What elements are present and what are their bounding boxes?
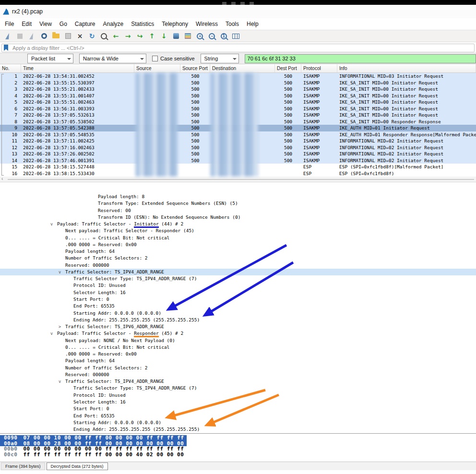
tree-line-text: Protocol ID: Unused <box>73 283 126 288</box>
column-header-source-port[interactable]: Source Port <box>180 64 210 72</box>
menu-view[interactable]: View <box>36 19 56 29</box>
save-file-icon[interactable] <box>62 31 73 41</box>
tree-line[interactable]: Start Port: 0 <box>0 296 476 303</box>
expander-icon[interactable]: v <box>50 330 57 337</box>
tree-line[interactable]: Transform Type: Extended Sequence Number… <box>0 200 476 207</box>
auto-scroll-icon[interactable] <box>170 31 181 41</box>
tree-line[interactable]: Ending Addr: 255.255.255.255 (255.255.25… <box>0 426 476 433</box>
column-header-info[interactable]: Info <box>337 64 476 72</box>
menu-go[interactable]: Go <box>56 19 71 29</box>
tree-line-text: Number of Traffic Selectors: 2 <box>65 365 148 370</box>
tree-line[interactable]: Protocol ID: Unused <box>0 392 476 399</box>
tree-line[interactable]: Starting Addr: 0.0.0.0 (0.0.0.0) <box>0 419 476 426</box>
tree-line[interactable]: 0... .... = Critical Bit: Not critical <box>0 235 476 241</box>
menu-wireless[interactable]: Wireless <box>192 19 222 29</box>
expander-icon[interactable]: v <box>59 269 65 275</box>
menu-statistics[interactable]: Statistics <box>127 19 158 29</box>
tree-line[interactable]: Next payload: Traffic Selector - Respond… <box>0 227 476 234</box>
tree-line[interactable]: Protocol ID: Unused <box>0 282 476 289</box>
tree-line[interactable]: Transform ID (ESN): No Extended Sequence… <box>0 214 476 221</box>
case-sensitive-checkbox[interactable]: Case sensitive <box>152 56 195 61</box>
tree-line[interactable]: vPayload: Traffic Selector - Initiator (… <box>0 221 476 227</box>
tree-line[interactable]: vTraffic Selector: TS_IPV4_ADDR_RANGE <box>0 378 476 385</box>
expander-icon[interactable]: > <box>59 323 65 330</box>
tree-line[interactable]: Traffic Selector Type: TS_IPV4_ADDR_RANG… <box>0 385 476 391</box>
resize-columns-icon[interactable] <box>230 31 241 41</box>
go-forward-icon[interactable]: → <box>122 31 133 41</box>
tree-line-text: Payload: Traffic Selector - Initiator (4… <box>57 221 183 226</box>
column-header-destination[interactable]: Destination <box>210 64 275 72</box>
scrollbar-track[interactable] <box>8 179 474 180</box>
display-filter-input[interactable] <box>1 44 475 52</box>
tree-line[interactable]: Selector Length: 16 <box>0 399 476 405</box>
go-back-icon[interactable]: ← <box>110 31 121 41</box>
tree-line[interactable]: .000 0000 = Reserved: 0x00 <box>0 351 476 357</box>
restart-capture-icon[interactable] <box>26 31 37 41</box>
go-first-icon[interactable]: ↑ <box>146 31 157 41</box>
tree-line-text: Payload length: 64 <box>65 358 115 363</box>
search-type-select[interactable]: String <box>201 54 239 63</box>
column-header-no[interactable]: No. <box>0 64 21 72</box>
zoom-out-icon[interactable]: − <box>206 31 217 41</box>
tree-line[interactable]: Reserved: 000000 <box>0 262 476 269</box>
menu-help[interactable]: Help <box>243 19 262 29</box>
search-scope-select[interactable]: Packet list <box>27 54 73 63</box>
tree-line[interactable]: .000 0000 = Reserved: 0x00 <box>0 241 476 248</box>
tree-line-text: Next payload: Traffic Selector - Respond… <box>65 228 194 233</box>
find-packet-icon[interactable] <box>98 31 109 41</box>
tree-line[interactable]: vTraffic Selector: TS_IPV4_ADDR_RANGE <box>0 269 476 275</box>
capture-options-icon[interactable] <box>38 31 49 41</box>
search-charset-select[interactable]: Narrow & Wide <box>79 54 146 63</box>
tree-line[interactable]: Payload length: 8 <box>0 193 476 200</box>
stop-capture-icon[interactable] <box>14 31 25 41</box>
hex-row[interactable]: 00c0ff ff ff ff ff ff ff ff 00 00 00 40 … <box>0 452 187 458</box>
tree-line[interactable]: Payload length: 64 <box>0 248 476 255</box>
menu-edit[interactable]: Edit <box>18 19 36 29</box>
start-capture-icon[interactable] <box>2 31 13 41</box>
tree-line[interactable]: Start Port: 0 <box>0 405 476 412</box>
menu-file[interactable]: File <box>1 19 18 29</box>
reload-icon[interactable]: ↻ <box>86 31 97 41</box>
column-header-time[interactable]: Time <box>21 64 134 72</box>
tree-line[interactable]: Ending Addr: 255.255.255.255 (255.255.25… <box>0 317 476 323</box>
close-file-icon[interactable]: × <box>74 31 85 41</box>
tree-line[interactable]: Reserved: 00 <box>0 207 476 214</box>
column-header-protocol[interactable]: Protocol <box>301 64 337 72</box>
open-file-icon[interactable] <box>50 31 61 41</box>
zoom-100-icon[interactable]: 1 <box>218 31 229 41</box>
expander-icon[interactable]: v <box>50 221 57 227</box>
tree-line[interactable]: vPayload: Traffic Selector - Responder (… <box>0 330 476 337</box>
tree-line[interactable]: Number of Traffic Selectors: 2 <box>0 255 476 261</box>
tree-line[interactable]: Selector Length: 16 <box>0 289 476 296</box>
go-last-icon[interactable]: ↓ <box>158 31 169 41</box>
menu-capture[interactable]: Capture <box>71 19 99 29</box>
tree-line[interactable]: Next payload: NONE / No Next Payload (0) <box>0 337 476 344</box>
tree-line-text: End Port: 65535 <box>73 303 115 308</box>
menu-telephony[interactable]: Telephony <box>158 19 192 29</box>
expander-icon[interactable]: v <box>59 378 65 385</box>
tree-line[interactable]: End Port: 65535 <box>0 413 476 419</box>
tree-line[interactable]: >Traffic Selector: TS_IPV6_ADDR_RANGE <box>0 323 476 330</box>
tree-line[interactable]: Payload length: 64 <box>0 357 476 364</box>
redacted-source-column <box>135 73 178 177</box>
tree-line[interactable]: Reserved: 000000 <box>0 371 476 378</box>
go-to-packet-icon[interactable]: ↪ <box>134 31 145 41</box>
find-toolbar: Packet list Narrow & Wide Case sensitive… <box>0 53 476 64</box>
tree-line[interactable]: Traffic Selector Type: TS_IPV4_ADDR_RANG… <box>0 275 476 282</box>
menu-analyze[interactable]: Analyze <box>99 19 128 29</box>
tree-line[interactable]: Number of Traffic Selectors: 2 <box>0 365 476 371</box>
tree-line[interactable]: 0... .... = Critical Bit: Not critical <box>0 344 476 351</box>
tree-line[interactable]: End Port: 65535 <box>0 303 476 309</box>
horizontal-scrollbar[interactable] <box>0 177 476 182</box>
menu-tools[interactable]: Tools <box>222 19 243 29</box>
column-header-source[interactable]: Source <box>134 64 180 72</box>
tree-line[interactable]: Starting Addr: 0.0.0.0 (0.0.0.0) <box>0 310 476 317</box>
zoom-in-icon[interactable]: + <box>194 31 205 41</box>
column-header-dest-port[interactable]: Dest Port <box>275 64 301 72</box>
bytes-tab[interactable]: Frame (394 bytes) <box>1 462 45 470</box>
search-charset-value: Narrow & Wide <box>83 56 119 61</box>
bytes-tab[interactable]: Decrypted Data (272 bytes) <box>47 462 108 470</box>
scroll-left-icon[interactable] <box>1 176 3 181</box>
colorize-icon[interactable] <box>182 31 193 41</box>
search-input[interactable] <box>245 54 476 63</box>
